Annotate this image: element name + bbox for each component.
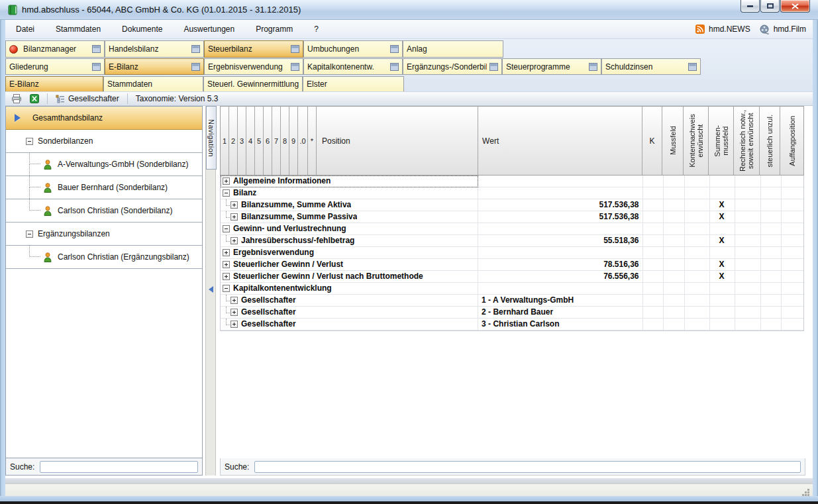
level-column-header[interactable]: 9	[289, 107, 298, 175]
tab-label: Gliederung	[9, 62, 89, 72]
level-column-header[interactable]: 1	[221, 107, 229, 175]
tab-gliederung[interactable]: Gliederung	[5, 58, 105, 75]
form-window-icon[interactable]	[291, 63, 299, 71]
expand-icon[interactable]	[223, 249, 230, 256]
expand-icon[interactable]	[230, 309, 238, 316]
form-window-icon[interactable]	[291, 45, 299, 53]
minimize-button[interactable]	[741, 0, 760, 13]
table-row[interactable]: Steuerlicher Gewinn / Verlust 78.516,36 …	[221, 259, 803, 271]
tab-ergaenzungs-sonderbil[interactable]: Ergänzungs-/Sonderbil.	[403, 58, 502, 75]
form-window-icon[interactable]	[191, 63, 200, 71]
grid-search-input[interactable]	[254, 461, 801, 473]
level-column-header[interactable]: 7	[272, 107, 281, 175]
level-column-header[interactable]: 5	[255, 107, 264, 175]
form-window-icon[interactable]	[589, 63, 597, 71]
expand-icon[interactable]	[230, 237, 238, 244]
tab-e-bilanz-row2[interactable]: E-Bilanz	[105, 58, 204, 75]
gesellschafter-button[interactable]: Gesellschafter	[54, 93, 121, 104]
collapse-box-icon[interactable]	[26, 230, 33, 238]
form-window-icon[interactable]	[390, 63, 399, 71]
hmd-news-link[interactable]: hmd.NEWS	[695, 25, 750, 34]
tab-bilanzmanager[interactable]: Bilanzmanager	[5, 40, 105, 58]
table-row[interactable]: Bilanzsumme, Summe Aktiva 517.536,38 X	[221, 199, 803, 211]
menu-datei[interactable]: Datei	[5, 22, 45, 36]
steuerlich-unzul-column-header: steuerlich unzul.	[760, 107, 780, 175]
close-button[interactable]	[780, 0, 810, 13]
table-row[interactable]: Bilanzsumme, Summe Passiva 517.536,38 X	[221, 211, 803, 223]
form-window-icon[interactable]	[191, 45, 200, 53]
tab-elster[interactable]: Elster	[303, 76, 404, 92]
menu-dokumente[interactable]: Dokumente	[111, 22, 173, 36]
tree-item-ergaenzungsbilanzen[interactable]: Ergänzungsbilanzen	[6, 223, 202, 246]
tab-ergebnisverwendung[interactable]: Ergebnisverwendung	[204, 58, 303, 75]
expand-icon[interactable]	[223, 177, 230, 185]
collapse-icon[interactable]	[223, 285, 230, 292]
form-window-icon[interactable]	[489, 63, 498, 71]
tab-kapitalkontenentw[interactable]: Kapitalkontenentw.	[303, 58, 403, 75]
table-row[interactable]: Jahresüberschuss/-fehlbetrag 55.518,36 X	[221, 235, 803, 247]
collapse-box-icon[interactable]	[26, 138, 33, 145]
summenmussfeld-column-header: Summen- mussfeld	[709, 107, 734, 175]
tree-item-carlson-christian-ergaenzungsbilanz[interactable]: Carlson Christian (Ergänzungsbilanz)	[6, 246, 202, 269]
tab-e-bilanz-sub[interactable]: E-Bilanz	[5, 76, 103, 92]
form-window-icon[interactable]	[92, 63, 101, 71]
table-row[interactable]: Gesellschafter 3 - Christian Carlson	[221, 319, 803, 330]
tree-item-sonderbilanzen[interactable]: Sonderbilanzen	[6, 130, 202, 153]
table-row[interactable]: Ergebnisverwendung	[221, 247, 803, 259]
tab-row-3: E-Bilanz Stammdaten Steuerl. Gewinnermit…	[5, 76, 813, 93]
position-label: Ergebnisverwendung	[233, 247, 314, 258]
excel-export-button[interactable]	[28, 93, 41, 104]
expand-icon[interactable]	[223, 261, 230, 268]
level-column-header[interactable]: 3	[238, 107, 246, 175]
expand-icon[interactable]	[230, 213, 238, 221]
tab-stammdaten-sub[interactable]: Stammdaten	[103, 76, 203, 92]
level-column-header[interactable]: .0	[298, 107, 308, 175]
navigation-splitter[interactable]: Navigation	[205, 106, 216, 476]
tab-steuerprogramme[interactable]: Steuerprogramme	[502, 58, 601, 75]
menu-auswertungen[interactable]: Auswertungen	[173, 22, 245, 36]
expand-icon[interactable]	[230, 297, 238, 304]
table-row[interactable]: Allgemeine Informationen	[221, 176, 803, 187]
menu-help[interactable]: ?	[303, 22, 329, 36]
menu-stammdaten[interactable]: Stammdaten	[45, 22, 111, 36]
tree-item-bauer-bernhard[interactable]: Bauer Bernhard (Sonderbilanz)	[6, 176, 202, 199]
table-row[interactable]: Gewinn- und Verlustrechnung	[221, 223, 803, 235]
tab-schuldzinsen[interactable]: Schuldzinsen	[601, 58, 701, 75]
collapse-icon[interactable]	[223, 189, 230, 197]
print-button[interactable]	[9, 93, 24, 104]
expand-icon[interactable]	[230, 201, 238, 209]
tab-handelsbilanz[interactable]: Handelsbilanz	[105, 40, 204, 58]
maximize-button[interactable]	[760, 0, 780, 13]
tab-anlag[interactable]: Anlag	[403, 40, 503, 58]
table-row[interactable]: Gesellschafter 1 - A Verwaltungs-GmbH	[221, 295, 803, 307]
expand-icon[interactable]	[230, 321, 238, 328]
tree-item-carlson-christian-sonderbilanz[interactable]: Carlson Christian (Sonderbilanz)	[6, 199, 202, 223]
resize-grip[interactable]	[801, 488, 809, 496]
tree-item-a-verwaltungs-gmbh[interactable]: A-Verwaltungs-GmbH (Sonderbilanz)	[6, 153, 202, 176]
tab-steuerbilanz[interactable]: Steuerbilanz	[204, 40, 303, 58]
wert-column-header: Wert	[478, 107, 642, 175]
level-column-header[interactable]: 2	[229, 107, 238, 175]
tree-item-gesamthandsbilanz[interactable]: Gesamthandsbilanz	[6, 107, 202, 130]
expand-icon[interactable]	[223, 273, 230, 280]
tab-steuerl-gewinnermittlung[interactable]: Steuerl. Gewinnermittlung	[203, 76, 303, 92]
form-window-icon[interactable]	[92, 45, 101, 53]
table-row[interactable]: Gesellschafter 2 - Bernhard Bauer	[221, 307, 803, 319]
hmd-film-link[interactable]: hmd.Film	[760, 25, 806, 34]
form-window-icon[interactable]	[688, 63, 697, 71]
collapse-arrow-icon[interactable]	[209, 286, 213, 293]
tree-search-input[interactable]	[40, 461, 198, 473]
table-row[interactable]: Kapitalkontenentwicklung	[221, 283, 803, 295]
collapse-icon[interactable]	[223, 225, 230, 232]
level-column-header[interactable]: 6	[264, 107, 272, 175]
tab-label: Steuerl. Gewinnermittlung	[207, 79, 299, 89]
form-window-icon[interactable]	[390, 45, 399, 53]
table-row[interactable]: Bilanz	[221, 187, 803, 199]
level-column-header[interactable]: 4	[246, 107, 255, 175]
tab-umbuchungen[interactable]: Umbuchungen	[303, 40, 403, 58]
navigation-tab[interactable]: Navigation	[206, 106, 217, 170]
table-row[interactable]: Steuerlicher Gewinn / Verlust nach Brutt…	[221, 271, 803, 283]
level-column-header[interactable]: 8	[281, 107, 289, 175]
level-column-header[interactable]: *	[308, 107, 317, 175]
menu-programm[interactable]: Programm	[245, 22, 303, 36]
